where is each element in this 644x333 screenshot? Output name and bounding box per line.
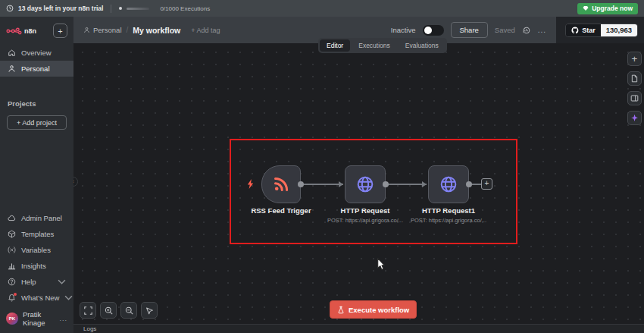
chevron-down-icon	[58, 278, 66, 286]
sidebar-collapse-button[interactable]: ‹	[73, 177, 78, 187]
zoom-to-fit-button[interactable]	[80, 302, 96, 319]
sidebar-nav-top: Overview Personal	[0, 45, 73, 77]
lightning-bolt-icon	[246, 178, 255, 190]
history-icon	[522, 26, 531, 35]
panel-icon	[630, 94, 639, 102]
box-icon	[8, 230, 16, 238]
person-icon	[83, 27, 90, 33]
add-sticky-note-button[interactable]	[627, 71, 642, 86]
sidebar-item-overview[interactable]: Overview	[0, 45, 73, 61]
sidebar-nav-bottom: Admin Panel Templates Variables Insights…	[0, 210, 73, 306]
avatar: PK	[6, 313, 18, 325]
node-http-request1[interactable]	[428, 165, 469, 203]
sidebar-item-label: Overview	[21, 49, 52, 57]
breadcrumb-separator: /	[127, 26, 129, 34]
add-node-button[interactable]: +	[627, 52, 642, 66]
executions-progress-dot	[119, 7, 122, 10]
workflow-title[interactable]: My workflow	[133, 26, 180, 35]
ai-assistant-button[interactable]	[627, 111, 642, 125]
breadcrumb-project[interactable]: Personal	[83, 26, 122, 34]
zoom-in-button[interactable]	[100, 302, 117, 319]
breadcrumb: Personal / My workflow + Add tag	[83, 26, 220, 35]
logs-panel-header[interactable]: Logs	[73, 324, 644, 333]
more-options-button[interactable]: ...	[538, 26, 546, 34]
tidy-up-button[interactable]	[141, 302, 158, 319]
sidebar-logo-row: n8n +	[0, 17, 73, 45]
tab-evaluations[interactable]: Evaluations	[399, 39, 445, 52]
canvas-side-tools: +	[627, 52, 642, 125]
view-tabs: Editor Executions Evaluations	[318, 38, 447, 53]
sidebar-spacer	[0, 130, 73, 210]
upgrade-now-button[interactable]: Upgrade now	[577, 3, 638, 14]
divider	[111, 5, 111, 13]
add-project-button[interactable]: + Add project	[7, 115, 67, 130]
sidebar-item-whats-new[interactable]: What's New	[0, 290, 73, 306]
sidebar-item-personal[interactable]: Personal	[0, 61, 73, 77]
n8n-app: 13 days left in your n8n trial 0/1000 Ex…	[0, 0, 644, 333]
append-node-button[interactable]: +	[481, 178, 492, 190]
note-icon	[630, 74, 639, 83]
gem-icon	[583, 5, 589, 11]
executions-progress-track	[127, 8, 149, 10]
sidebar-item-help[interactable]: Help	[0, 274, 73, 290]
output-port[interactable]	[466, 181, 472, 187]
user-options-button[interactable]: ...	[59, 315, 67, 322]
active-toggle[interactable]	[423, 25, 444, 36]
toggle-panel-button[interactable]	[627, 91, 642, 105]
bell-icon-wrap	[8, 294, 16, 302]
user-menu[interactable]: PK Pratik Kinage ...	[0, 306, 73, 333]
sidebar-item-label: What's New	[21, 294, 59, 302]
projects-section-label: Projects	[0, 99, 73, 108]
user-name: Pratik Kinage	[23, 310, 55, 327]
canvas-zoom-controls	[80, 302, 158, 319]
tab-editor[interactable]: Editor	[320, 39, 350, 52]
sidebar: n8n + Overview Personal Projects + Add p…	[0, 17, 73, 333]
execute-workflow-button[interactable]: Execute workflow	[330, 300, 417, 319]
n8n-logo-text: n8n	[24, 27, 36, 35]
person-icon	[8, 64, 16, 73]
history-button[interactable]	[522, 26, 531, 35]
toggle-knob	[424, 27, 432, 34]
sidebar-item-insights[interactable]: Insights	[0, 258, 73, 274]
node-rss-feed-trigger[interactable]	[261, 165, 301, 203]
flask-icon	[337, 306, 345, 314]
new-workflow-button[interactable]: +	[53, 24, 67, 38]
input-port-arrow	[339, 181, 343, 187]
add-tag-button[interactable]: + Add tag	[191, 27, 220, 34]
github-star-widget[interactable]: Star 130,963	[565, 24, 638, 37]
sidebar-item-label: Personal	[21, 64, 50, 73]
execute-workflow-label: Execute workflow	[349, 306, 409, 314]
sidebar-item-label: Help	[21, 278, 36, 286]
executions-usage: 0/1000 Executions	[160, 5, 210, 12]
sidebar-item-label: Templates	[21, 230, 54, 238]
sidebar-item-label: Variables	[21, 246, 51, 254]
bar-chart-icon	[8, 262, 16, 270]
sidebar-item-label: Insights	[21, 262, 46, 270]
breadcrumb-project-label: Personal	[93, 26, 122, 34]
globe-icon	[355, 174, 375, 194]
github-star-button[interactable]: Star	[566, 24, 601, 36]
variables-icon	[8, 246, 16, 254]
help-icon	[8, 278, 16, 286]
trial-info: 13 days left in your n8n trial 0/1000 Ex…	[6, 5, 210, 13]
active-status-label: Inactive	[391, 26, 416, 34]
sidebar-item-variables[interactable]: Variables	[0, 242, 73, 258]
github-star-count[interactable]: 130,963	[601, 24, 637, 36]
rss-icon	[272, 175, 290, 193]
output-port[interactable]	[298, 181, 304, 187]
sidebar-item-admin-panel[interactable]: Admin Panel	[0, 210, 73, 226]
sidebar-item-label: Admin Panel	[21, 214, 62, 222]
tab-executions[interactable]: Executions	[352, 39, 397, 52]
sidebar-item-templates[interactable]: Templates	[0, 226, 73, 242]
workflow-canvas[interactable]: + ‹	[73, 43, 644, 324]
pointer-icon	[145, 306, 154, 315]
share-button[interactable]: Share	[451, 22, 488, 38]
globe-icon	[439, 174, 458, 194]
node-http-request[interactable]	[345, 165, 386, 203]
github-icon	[571, 27, 579, 34]
zoom-out-button[interactable]	[120, 302, 137, 319]
output-port[interactable]	[383, 181, 389, 187]
trial-message: 13 days left in your n8n trial	[18, 5, 103, 12]
chevron-down-icon	[64, 294, 73, 302]
mouse-cursor	[377, 258, 386, 271]
